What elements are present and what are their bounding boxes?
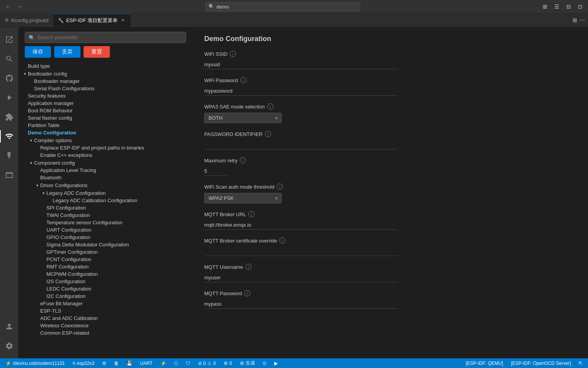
wifi-scan-info-icon[interactable]: i: [277, 184, 283, 190]
layout-toggle-1[interactable]: ⊞: [540, 2, 550, 11]
tree-item-rmt-config[interactable]: RMT Configuration: [19, 263, 192, 270]
tree-item-i2s-config[interactable]: I2S Configuration: [19, 278, 192, 285]
status-settings-icon[interactable]: ⚙: [101, 361, 108, 366]
tree-item-legacy-adc[interactable]: ▾Legacy ADC Configuration: [19, 189, 192, 197]
split-editor-button[interactable]: ⊞: [573, 17, 577, 23]
status-device[interactable]: ⚡ /dev/cu.usbmodem11101: [4, 361, 67, 366]
tree-item-i2c-config[interactable]: I2C Configuration: [19, 292, 192, 300]
wpa3-info-icon[interactable]: i: [267, 103, 273, 110]
forward-button[interactable]: →: [15, 2, 25, 11]
reset-button[interactable]: 重置: [84, 46, 110, 58]
tab-espidf[interactable]: 🔧 ESP-IDF 项目配置菜单 ✕: [53, 14, 131, 27]
wifi-password-input[interactable]: [204, 86, 398, 96]
discard-button[interactable]: 丢弃: [54, 46, 80, 58]
tree-item-esp-tls[interactable]: ESP-TLS: [19, 307, 192, 315]
tree-item-uart-config[interactable]: UART Configuration: [19, 226, 192, 234]
tree-item-wireless-coex[interactable]: Wireless Coexistence: [19, 322, 192, 329]
status-delete-icon[interactable]: 🗑: [113, 361, 120, 366]
mqtt-cert-input[interactable]: [204, 247, 398, 256]
max-retry-input[interactable]: [204, 167, 227, 176]
tree-item-common-esp[interactable]: Common ESP-related: [19, 329, 192, 337]
activity-search[interactable]: [0, 50, 19, 68]
activity-extensions[interactable]: [0, 108, 19, 126]
status-shield-icon[interactable]: 🛡: [184, 361, 192, 366]
back-button[interactable]: ←: [3, 2, 13, 11]
activity-run[interactable]: [0, 88, 19, 107]
wifi-ssid-input[interactable]: [204, 60, 398, 69]
save-button[interactable]: 保存: [25, 46, 51, 58]
status-build[interactable]: ⚙ 生成: [238, 360, 256, 366]
mqtt-url-info-icon[interactable]: i: [248, 211, 255, 217]
status-openocd-server[interactable]: [ESP-IDF: OpenOCD Server]: [509, 361, 573, 366]
tree-item-efuse[interactable]: eFuse Bit Manager: [19, 300, 192, 307]
password-id-input[interactable]: [204, 140, 398, 150]
mqtt-username-info-icon[interactable]: i: [245, 264, 251, 270]
tree-item-pcnt-config[interactable]: PCNT Configuration: [19, 256, 192, 263]
tree-item-legacy-adc-cal[interactable]: Legacy ADC Calibration Configuration: [19, 197, 192, 204]
title-search-input[interactable]: [205, 2, 360, 11]
tree-item-boot-rom[interactable]: Boot ROM Behavior: [19, 107, 192, 114]
mqtt-password-input[interactable]: [204, 299, 398, 309]
password-id-info-icon[interactable]: i: [265, 131, 271, 137]
tree-item-gptimer[interactable]: GPTimer Configuration: [19, 248, 192, 256]
tree-item-enable-cpp[interactable]: Enable C++ exceptions: [19, 151, 192, 159]
status-debug-btn[interactable]: ▶: [273, 361, 279, 366]
tree-item-partition-table[interactable]: Partition Table: [19, 122, 192, 129]
activity-git[interactable]: [0, 69, 19, 88]
activity-idf[interactable]: [0, 127, 19, 146]
status-uart[interactable]: UART: [138, 361, 154, 366]
tree-item-twai-config[interactable]: TWAI Configuration: [19, 212, 192, 219]
status-flash-icon[interactable]: ⚡: [159, 361, 168, 366]
status-monitor-icon[interactable]: ⬡: [173, 361, 179, 366]
wifi-scan-select[interactable]: Open WEP WPA PSK WPA2 PSK WPA WPA2 PSK W…: [204, 193, 282, 203]
mqtt-username-input[interactable]: [204, 273, 398, 282]
tree-item-serial-flash[interactable]: Serial Flash Configurations: [19, 85, 192, 92]
status-chip[interactable]: ⎘ esp32s3: [71, 361, 96, 366]
tree-item-bluetooth[interactable]: Bluetooth: [19, 174, 192, 181]
tree-item-app-level-tracing[interactable]: Application Level Tracing: [19, 167, 192, 174]
tree-item-bootloader-config[interactable]: ▾Bootloader config: [19, 70, 192, 77]
layout-toggle-4[interactable]: ⊡: [576, 2, 585, 11]
status-save-icon[interactable]: 💾: [125, 361, 134, 366]
tree-item-serial-flasher[interactable]: Serial flasher config: [19, 114, 192, 122]
tree-item-app-manager[interactable]: Application manager: [19, 100, 192, 107]
wifi-ssid-info-icon[interactable]: i: [230, 51, 236, 57]
activity-remote[interactable]: [0, 166, 19, 184]
tree-item-replace-esp[interactable]: Replace ESP-IDF and project paths in bin…: [19, 144, 192, 151]
tree-item-demo-config[interactable]: Demo Configuration: [19, 129, 192, 136]
status-idf-tasks[interactable]: ⚙ 0: [222, 361, 234, 366]
mqtt-password-info-icon[interactable]: i: [244, 290, 250, 296]
tree-item-compiler-options[interactable]: ▾Compiler options: [19, 136, 192, 144]
tree-item-gpio-config[interactable]: GPIO Configuration: [19, 234, 192, 241]
wifi-password-info-icon[interactable]: i: [240, 77, 246, 83]
tree-item-temp-sensor[interactable]: Temperature sensor Configuration: [19, 219, 192, 226]
tree-item-mcpwm-config[interactable]: MCPWM Configuration: [19, 270, 192, 278]
activity-explorer[interactable]: [0, 30, 19, 49]
search-input[interactable]: [25, 32, 186, 43]
status-flash-btn[interactable]: ⊙: [261, 361, 268, 366]
status-esp-idf-server[interactable]: [ESP-IDF: QEMU]: [464, 361, 505, 366]
layout-toggle-3[interactable]: ⊟: [564, 2, 573, 11]
mqtt-cert-info-icon[interactable]: i: [279, 237, 285, 244]
tab-espidf-close[interactable]: ✕: [120, 17, 126, 23]
mqtt-url-input[interactable]: [204, 220, 398, 230]
status-expand[interactable]: ⇱: [577, 361, 584, 366]
more-actions-button[interactable]: ⋯: [579, 17, 585, 23]
layout-toggle-2[interactable]: ☰: [552, 2, 562, 11]
status-errors[interactable]: ⊘ 0 ⚠ 0: [197, 361, 217, 366]
tree-item-adc-cal[interactable]: ADC and ADC Calibration: [19, 315, 192, 322]
activity-settings[interactable]: [0, 337, 19, 355]
activity-devices[interactable]: [0, 146, 19, 165]
tree-item-driver-configs[interactable]: ▾Driver Configurations: [19, 181, 192, 189]
tree-item-bootloader-manager[interactable]: Bootloader manager: [19, 77, 192, 85]
wpa3-select[interactable]: BOTH H2E Hunt and Peck: [204, 113, 282, 123]
tree-item-ledc-config[interactable]: LEDC Configuration: [19, 285, 192, 292]
max-retry-info-icon[interactable]: i: [240, 157, 246, 163]
tree-item-component-config[interactable]: ▾Component config: [19, 159, 192, 167]
tree-item-spi-config[interactable]: SPI Configuration: [19, 204, 192, 212]
activity-account[interactable]: [0, 317, 19, 336]
tree-item-security-features[interactable]: Security features: [19, 92, 192, 100]
tab-kconfig[interactable]: ⚙ Kconfig.projbuild: [0, 14, 53, 27]
tree-item-build-type[interactable]: Build type: [19, 62, 192, 70]
tree-item-sigma-delta[interactable]: Sigma Delta Modulator Configuration: [19, 241, 192, 248]
